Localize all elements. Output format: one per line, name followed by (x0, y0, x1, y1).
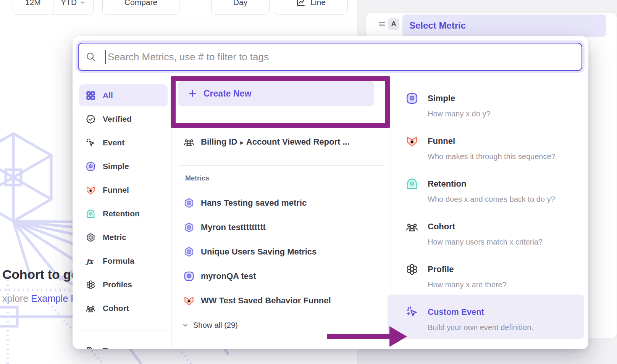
sidebar-item-event[interactable]: Event (79, 132, 168, 154)
sidebar-item-formula[interactable]: Formula (79, 250, 168, 272)
cohort-people-icon (405, 220, 418, 233)
tag-icon (86, 346, 96, 350)
metric-list-item[interactable]: Unique Users Saving Metrics (183, 240, 317, 264)
type-title: Retention (428, 178, 466, 190)
create-new-button[interactable]: Create New (178, 81, 374, 106)
metric-row-letter-badge: A (388, 18, 399, 30)
metric-hexagon-icon (183, 197, 195, 209)
recent-item-name: Billing ID ▸ Account Viewed Report ... (201, 137, 350, 147)
metric-hexagon-icon (183, 246, 195, 258)
metric-item-name: Hans Testing saved metric (201, 198, 307, 208)
empty-state-headline: r Cohort to ge (0, 267, 78, 282)
sidebar-item-label: Verified (103, 114, 132, 124)
empty-state-subtext: xplore Example R (2, 293, 78, 304)
funnel-icon (405, 135, 418, 148)
recents-section-label: Recents (185, 122, 212, 130)
verified-badge-icon (86, 114, 96, 124)
sidebar-item-label: Retention (103, 209, 140, 218)
metric-list-item[interactable]: myronQA test (183, 264, 256, 288)
chevron-down-icon (80, 0, 86, 5)
type-title: Funnel (428, 135, 455, 147)
type-title: Simple (428, 93, 455, 104)
show-all-toggle[interactable]: Show all (29) (182, 319, 238, 331)
metric-hexagon-icon (183, 222, 195, 233)
show-all-label: Show all (29) (193, 321, 238, 330)
type-row-profile[interactable]: Profile How many x are there? (388, 252, 584, 295)
metric-item-name: Myron testtttttttt (201, 222, 266, 232)
type-row-retention[interactable]: Retention Who does x and comes back to d… (388, 166, 584, 209)
retention-icon (405, 177, 418, 190)
recent-metric-item[interactable]: Billing ID ▸ Account Viewed Report ... (183, 134, 350, 150)
column-divider (171, 77, 172, 349)
example-link[interactable]: Example R (31, 293, 78, 304)
sidebar-item-verified[interactable]: Verified (79, 108, 168, 130)
sidebar-item-label: Metric (103, 233, 126, 242)
breadcrumb-arrow: ▸ (240, 139, 243, 146)
cohort-people-icon (86, 303, 96, 314)
search-icon (86, 52, 96, 62)
metric-search-box[interactable] (78, 43, 582, 71)
type-description: How many x are there? (428, 279, 507, 290)
metric-item-name: WW Test Saved Behavior Funnel (201, 296, 331, 306)
sidebar-item-label: Cohort (103, 304, 129, 313)
sidebar-item-funnel[interactable]: Funnel (79, 179, 168, 201)
compare-button[interactable]: Compare (102, 0, 179, 14)
create-new-label: Create New (204, 89, 251, 99)
type-row-cohort[interactable]: Cohort How many users match x criteria? (388, 209, 584, 252)
retention-icon (86, 209, 96, 219)
metric-hexagon-icon (86, 232, 96, 243)
sidebar-item-label: Funnel (103, 185, 129, 195)
metrics-section-label: Metrics (185, 174, 209, 182)
line-chart-type-button[interactable]: Line (274, 0, 348, 14)
simple-metric-icon (405, 92, 418, 105)
metric-item-name: Unique Users Saving Metrics (201, 247, 317, 257)
sidebar-item-all[interactable]: All (79, 84, 168, 106)
sidebar-divider (78, 330, 170, 330)
range-ytd-button[interactable]: YTD (53, 0, 94, 14)
event-cursor-icon (86, 138, 96, 148)
grid-icon (86, 90, 96, 101)
section-divider (178, 165, 384, 166)
metric-search-input[interactable] (108, 51, 581, 63)
type-row-custom-event[interactable]: Custom Event Build your own event defini… (388, 295, 584, 339)
app-screen: r Cohort to ge xplore Example R 12M YTD … (0, 0, 617, 364)
date-range-segmented-control: 12M YTD (13, 0, 94, 14)
sidebar-item-metric[interactable]: Metric (79, 226, 168, 248)
type-row-funnel[interactable]: Funnel Who makes it through this sequenc… (388, 124, 584, 166)
select-metric-dropdown[interactable]: Select Metric (402, 14, 606, 37)
type-title: Cohort (428, 221, 455, 232)
sidebar-item-profiles[interactable]: Profiles (79, 274, 168, 296)
type-description: Who does x and comes back to do y? (428, 194, 555, 205)
type-title: Custom Event (428, 306, 484, 318)
type-description: How many users match x criteria? (428, 237, 543, 247)
metric-picker-modal: All Verified Event Simple Funnel Retenti… (73, 36, 588, 349)
metric-list-item[interactable]: Myron testtttttttt (183, 216, 266, 239)
sidebar-item-label: Formula (103, 256, 134, 266)
sidebar-item-label: Event (103, 138, 124, 147)
sidebar-item-tags[interactable]: Tags (79, 340, 168, 349)
metric-list-item[interactable]: WW Test Saved Behavior Funnel (183, 289, 331, 312)
sidebar-item-label: Tags (103, 346, 121, 349)
plus-icon (188, 89, 197, 98)
metric-list-item[interactable]: Hans Testing saved metric (183, 191, 307, 215)
sidebar-item-retention[interactable]: Retention (79, 203, 168, 225)
profiles-cluster-icon (86, 280, 96, 290)
range-12m-button[interactable]: 12M (13, 0, 53, 14)
drag-handle-icon[interactable] (378, 20, 386, 27)
funnel-icon (183, 295, 195, 306)
sidebar-item-label: Simple (103, 162, 129, 171)
sidebar-item-simple[interactable]: Simple (79, 155, 168, 177)
type-description: Build your own event definition. (428, 322, 533, 333)
type-description: Who makes it through this sequence? (428, 151, 556, 162)
simple-metric-icon (183, 271, 195, 282)
sidebar-item-label: Profiles (103, 280, 132, 289)
type-row-simple[interactable]: Simple How many x do y? (388, 81, 584, 124)
day-granularity-button[interactable]: Day (211, 0, 270, 14)
custom-event-sparkle-cursor-icon (405, 306, 418, 319)
funnel-icon (86, 185, 96, 195)
profiles-cluster-icon (405, 263, 418, 276)
line-chart-icon (296, 0, 306, 7)
text-cursor (105, 50, 106, 64)
type-description: How many x do y? (428, 108, 491, 119)
sidebar-item-cohort[interactable]: Cohort (79, 297, 168, 319)
